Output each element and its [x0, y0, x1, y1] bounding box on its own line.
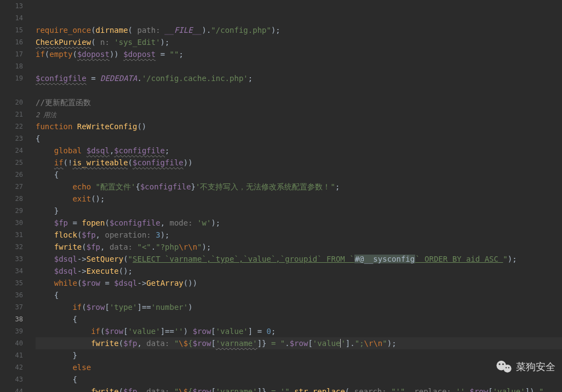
code-line[interactable]: require_once(dirname( path: __FILE__)."/…	[36, 24, 562, 36]
code-line[interactable]: }	[36, 205, 562, 217]
token: (	[91, 26, 95, 34]
token: );	[211, 218, 220, 227]
token: "'"	[391, 387, 405, 392]
token: .	[151, 243, 156, 251]
token: (	[119, 339, 123, 348]
token: empty	[49, 50, 72, 59]
token: ReWriteConfig	[77, 122, 137, 131]
token: );	[271, 26, 280, 34]
token: )	[188, 303, 192, 312]
token: (	[82, 303, 86, 312]
token: ,	[160, 218, 165, 227]
code-line[interactable]: if(!is_writeable($configfile))	[36, 157, 562, 169]
token	[36, 146, 54, 155]
token: [	[211, 339, 215, 348]
token	[36, 363, 72, 372]
code-line[interactable]: {	[36, 132, 562, 145]
line-number: 25	[0, 157, 33, 169]
code-editor[interactable]: 1314151617181920212223242526272829303132…	[0, 0, 562, 392]
token: {	[36, 315, 77, 324]
token: "?php	[156, 243, 179, 251]
token: '/config.cache.inc.php'	[142, 74, 248, 83]
token: operation:	[100, 230, 156, 239]
code-line[interactable]: //更新配置函数	[36, 96, 562, 108]
code-line[interactable]: if(empty($dopost)) $dopost = "";	[36, 48, 562, 60]
watermark-text: 菜狗安全	[516, 361, 555, 373]
code-line[interactable]	[36, 84, 562, 96]
code-line[interactable]: {	[36, 169, 562, 181]
line-number: 22	[0, 120, 33, 132]
line-number	[0, 84, 33, 96]
token: replace:	[410, 387, 456, 392]
token: ;	[248, 74, 253, 83]
code-line[interactable]: {	[36, 313, 562, 325]
line-number: 23	[0, 132, 33, 145]
token: data:	[105, 243, 137, 251]
code-line[interactable]: CheckPurview( n: 'sys_Edit');	[36, 36, 562, 48]
line-number: 14	[0, 12, 33, 24]
line-number: 33	[0, 253, 33, 265]
code-line[interactable]: $dsql->SetQuery("SELECT `varname`,`type`…	[36, 253, 562, 265]
token: ].	[346, 339, 355, 348]
token: $configfile	[110, 218, 160, 227]
token: (	[82, 243, 86, 251]
token: );	[160, 230, 170, 239]
token: "配置文件'	[96, 182, 136, 191]
token: 'value'	[128, 327, 160, 336]
code-line[interactable]: echo "配置文件'{$configfile}'不支持写入，无法修改系统配置参…	[36, 181, 562, 193]
code-line[interactable]: while($row = $dsql->GetArray())	[36, 277, 562, 289]
line-number: 36	[0, 289, 33, 301]
token: $configfile	[140, 182, 191, 191]
token: $dopost	[77, 50, 110, 59]
token: '	[341, 339, 345, 348]
token: ->	[137, 279, 146, 287]
token: {	[188, 339, 192, 348]
token: ();	[119, 267, 133, 275]
token: ;	[335, 182, 340, 191]
token: if	[72, 303, 82, 312]
code-line[interactable]: {	[36, 373, 562, 385]
svg-point-1	[503, 365, 511, 372]
code-line[interactable]: fwrite($fp, data: "\${$row['varname']} =…	[36, 385, 562, 392]
line-number: 27	[0, 181, 33, 193]
code-line[interactable]: $configfile = DEDEDATA.'/config.cache.in…	[36, 72, 562, 84]
token: [	[105, 303, 109, 312]
token: );	[387, 339, 397, 348]
line-number: 37	[0, 301, 33, 313]
code-area[interactable]: require_once(dirname( path: __FILE__)."/…	[33, 0, 562, 392]
code-line[interactable]: function ReWriteConfig()	[36, 120, 562, 132]
code-line[interactable]: $dsql->Execute();	[36, 265, 562, 277]
token: dirname	[96, 26, 128, 34]
token: ->	[77, 267, 87, 275]
token: (	[128, 158, 133, 167]
code-line[interactable]: flock($fp, operation: 3);	[36, 229, 562, 241]
token: $dsql	[54, 255, 77, 263]
code-line[interactable]: fwrite($fp, data: "<"."?php\r\n");	[36, 241, 562, 253]
code-line[interactable]: exit();	[36, 193, 562, 205]
code-line[interactable]: {	[36, 289, 562, 301]
token: require_once	[36, 26, 91, 34]
token: $dsql	[54, 267, 77, 275]
code-line[interactable]	[36, 60, 562, 72]
code-line[interactable]: $fp = fopen($configfile, mode: 'w');	[36, 217, 562, 229]
token: [	[123, 327, 128, 336]
code-line[interactable]: 2 用法	[36, 108, 562, 120]
code-line[interactable]: if($row['value']=='') $row['value'] = 0;	[36, 325, 562, 337]
token	[36, 218, 54, 227]
token: if	[54, 158, 64, 167]
line-number: 15	[0, 24, 33, 36]
line-number: 13	[0, 0, 33, 12]
token: global	[54, 146, 87, 155]
code-line[interactable]: fwrite($fp, data: "\${$row['varname']} =…	[36, 337, 562, 349]
token: \$	[179, 339, 188, 348]
token: \r\n	[179, 243, 197, 251]
token: "	[128, 255, 133, 263]
code-line[interactable]: global $dsql,$configfile;	[36, 145, 562, 157]
line-number: 31	[0, 229, 33, 241]
code-line[interactable]: }	[36, 349, 562, 361]
svg-point-3	[502, 364, 504, 365]
code-line[interactable]: else	[36, 361, 562, 373]
token: if	[91, 327, 100, 336]
token: path:	[133, 26, 165, 34]
code-line[interactable]: if($row['type']=='number')	[36, 301, 562, 313]
